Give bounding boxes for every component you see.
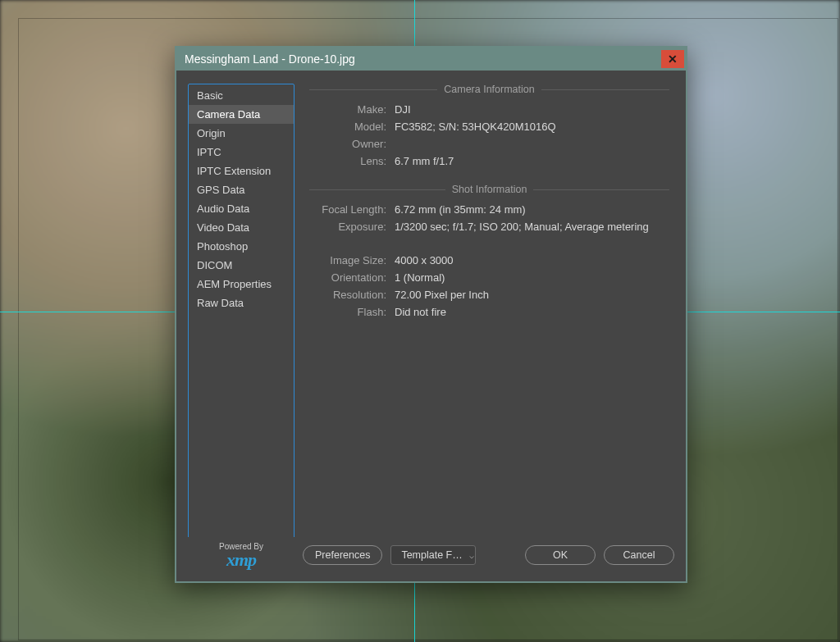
sidebar-item-label: Basic (197, 89, 223, 102)
titlebar[interactable]: Messingham Land - Drone-10.jpg ✕ (176, 48, 686, 71)
sidebar-item-label: DICOM (197, 259, 232, 271)
sidebar-item-camera-data[interactable]: Camera Data (189, 105, 294, 124)
sidebar-item-label: AEM Properties (197, 278, 272, 290)
powered-by-block: Powered By xmp (188, 542, 294, 569)
row-exposure: Exposure: 1/3200 sec; f/1.7; ISO 200; Ma… (309, 221, 669, 233)
metadata-panel: Camera Information Make: DJI Model: FC35… (309, 84, 674, 537)
sidebar-item-label: IPTC Extension (197, 165, 271, 177)
label-image-size: Image Size: (309, 254, 395, 266)
sidebar-item-origin[interactable]: Origin (189, 124, 294, 143)
label-model: Model: (309, 121, 395, 133)
row-make: Make: DJI (309, 103, 669, 116)
sidebar-item-dicom[interactable]: DICOM (189, 256, 294, 275)
label-lens: Lens: (309, 155, 395, 167)
sidebar-item-audio-data[interactable]: Audio Data (189, 199, 294, 218)
value-lens: 6.7 mm f/1.7 (395, 155, 454, 167)
preferences-button[interactable]: Preferences (303, 545, 382, 565)
sidebar-item-label: Origin (197, 127, 226, 139)
value-focal-length: 6.72 mm (in 35mm: 24 mm) (395, 203, 526, 216)
close-icon: ✕ (668, 52, 678, 66)
xmp-logo: xmp (226, 551, 256, 569)
file-info-dialog: Messingham Land - Drone-10.jpg ✕ Basic C… (175, 46, 687, 583)
button-label: OK (553, 549, 568, 561)
sidebar-item-label: IPTC (197, 146, 221, 158)
label-make: Make: (309, 103, 395, 116)
sidebar-item-gps-data[interactable]: GPS Data (189, 180, 294, 199)
sidebar-item-aem-properties[interactable]: AEM Properties (189, 275, 294, 294)
sidebar-item-label: Audio Data (197, 203, 249, 215)
sidebar-item-label: Photoshop (197, 240, 248, 253)
row-resolution: Resolution: 72.00 Pixel per Inch (309, 289, 669, 301)
sidebar-item-iptc[interactable]: IPTC (189, 143, 294, 162)
row-image-size: Image Size: 4000 x 3000 (309, 254, 669, 266)
sidebar-item-label: Camera Data (197, 108, 260, 121)
value-resolution: 72.00 Pixel per Inch (395, 289, 489, 301)
sidebar-item-raw-data[interactable]: Raw Data (189, 294, 294, 312)
close-button[interactable]: ✕ (661, 50, 684, 68)
value-orientation: 1 (Normal) (395, 271, 445, 284)
cancel-button[interactable]: Cancel (604, 545, 674, 565)
label-exposure: Exposure: (309, 221, 395, 233)
button-label: Cancel (623, 549, 655, 561)
template-dropdown[interactable]: Template F… ⌵ (390, 545, 476, 565)
ok-button[interactable]: OK (525, 545, 596, 565)
section-heading-shot: Shot Information (309, 184, 669, 195)
sidebar-item-iptc-extension[interactable]: IPTC Extension (189, 162, 294, 180)
label-orientation: Orientation: (309, 271, 395, 284)
section-heading-camera: Camera Information (309, 84, 669, 95)
dialog-footer: Powered By xmp Preferences Template F… ⌵… (176, 537, 686, 581)
category-sidebar: Basic Camera Data Origin IPTC IPTC Exten… (188, 84, 294, 537)
value-image-size: 4000 x 3000 (395, 254, 454, 266)
label-owner: Owner: (309, 138, 395, 150)
row-orientation: Orientation: 1 (Normal) (309, 271, 669, 284)
value-model: FC3582; S/N: 53HQK420M1016Q (395, 121, 556, 133)
sidebar-item-photoshop[interactable]: Photoshop (189, 237, 294, 256)
sidebar-item-label: GPS Data (197, 184, 245, 196)
button-label: Preferences (315, 549, 370, 561)
sidebar-item-label: Raw Data (197, 297, 244, 309)
section-heading-label: Shot Information (452, 184, 527, 195)
value-make: DJI (395, 103, 411, 116)
sidebar-item-label: Video Data (197, 221, 249, 234)
row-model: Model: FC3582; S/N: 53HQK420M1016Q (309, 121, 669, 133)
label-flash: Flash: (309, 306, 395, 318)
row-owner: Owner: (309, 138, 669, 150)
value-exposure: 1/3200 sec; f/1.7; ISO 200; Manual; Aver… (395, 221, 649, 233)
dropdown-label: Template F… (401, 549, 462, 561)
label-focal-length: Focal Length: (309, 203, 395, 216)
label-resolution: Resolution: (309, 289, 395, 301)
row-flash: Flash: Did not fire (309, 306, 669, 318)
sidebar-item-video-data[interactable]: Video Data (189, 218, 294, 237)
dialog-title: Messingham Land - Drone-10.jpg (185, 52, 355, 66)
value-flash: Did not fire (395, 306, 446, 318)
section-heading-label: Camera Information (444, 84, 534, 95)
chevron-down-icon: ⌵ (469, 551, 474, 560)
row-focal-length: Focal Length: 6.72 mm (in 35mm: 24 mm) (309, 203, 669, 216)
sidebar-item-basic[interactable]: Basic (189, 86, 294, 105)
row-lens: Lens: 6.7 mm f/1.7 (309, 155, 669, 167)
